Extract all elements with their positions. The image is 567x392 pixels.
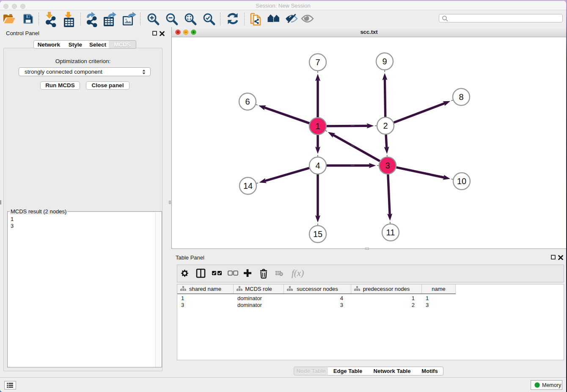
svg-text:7: 7 xyxy=(315,58,320,67)
svg-text:11: 11 xyxy=(386,228,395,237)
svg-text:10: 10 xyxy=(457,177,466,186)
svg-text:14: 14 xyxy=(243,181,253,190)
svg-text:3: 3 xyxy=(385,161,390,170)
svg-text:6: 6 xyxy=(245,97,250,106)
svg-text:15: 15 xyxy=(313,229,322,239)
svg-text:1: 1 xyxy=(315,121,320,131)
svg-text:4: 4 xyxy=(315,161,320,170)
svg-text:8: 8 xyxy=(459,92,463,102)
svg-text:9: 9 xyxy=(382,57,387,66)
svg-text:2: 2 xyxy=(383,121,388,130)
svg-text:f(x): f(x) xyxy=(292,268,304,278)
